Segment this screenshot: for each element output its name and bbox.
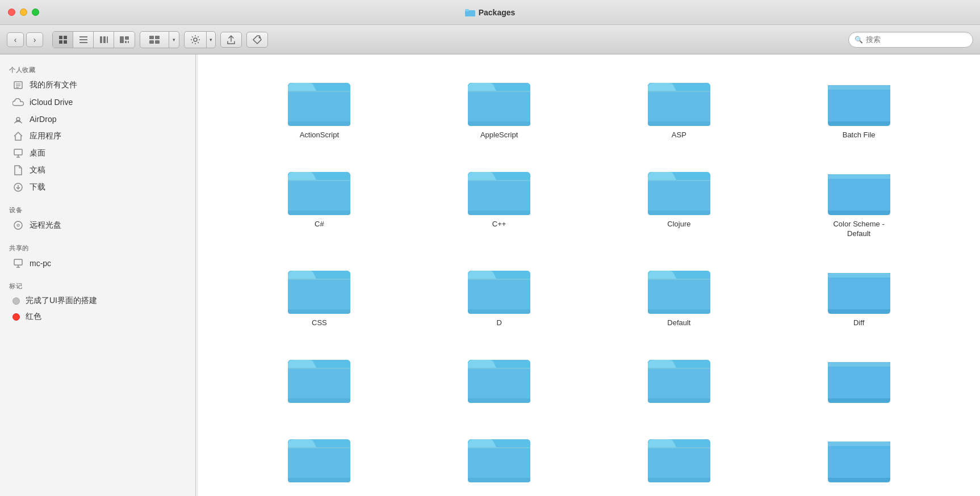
folder-item-batch-file[interactable]: Batch File: [772, 72, 946, 144]
tag-icon: [252, 35, 262, 45]
folder-icon-row4-3: [648, 431, 710, 482]
gear-arrow-icon[interactable]: ▾: [206, 32, 215, 48]
folder-item-row4-1[interactable]: [232, 428, 407, 486]
search-box[interactable]: 🔍: [848, 32, 973, 48]
folder-item-asp[interactable]: ASP: [592, 72, 767, 144]
folder-icon-row4-3: [648, 352, 710, 403]
folder-item-d[interactable]: D: [412, 259, 587, 331]
view-column-button[interactable]: [94, 32, 114, 48]
mc-pc-label: mc-pc: [30, 259, 51, 268]
sidebar-tag-ui[interactable]: 完成了UI界面的搭建: [3, 293, 192, 309]
folder-item-cpp[interactable]: C++: [412, 161, 587, 242]
view-icon-button[interactable]: [53, 32, 73, 48]
gear-action-button[interactable]: ▾: [184, 31, 216, 48]
maximize-button[interactable]: [32, 9, 39, 16]
folder-item-row4-2[interactable]: [412, 348, 587, 411]
folder-item-actionscript[interactable]: ActionScript: [232, 72, 407, 144]
folder-icon-row4-2: [468, 431, 530, 482]
folder-name-d: D: [496, 318, 501, 328]
sidebar-item-mc-pc[interactable]: mc-pc: [3, 255, 192, 272]
desktop-label: 桌面: [30, 148, 45, 158]
folder-name-diff: Diff: [853, 318, 864, 328]
folder-item-default[interactable]: Default: [592, 259, 767, 331]
sidebar-item-airdrop[interactable]: AirDrop: [3, 111, 192, 128]
back-button[interactable]: ‹: [7, 32, 24, 47]
svg-rect-95: [648, 369, 710, 401]
tag-dot-red: [12, 313, 20, 321]
sidebar-item-remote-disc[interactable]: 远程光盘: [3, 217, 192, 234]
svg-rect-91: [468, 369, 530, 401]
svg-point-33: [17, 224, 19, 226]
close-button[interactable]: [8, 9, 15, 16]
folder-name-color-scheme: Color Scheme - Default: [822, 220, 896, 239]
folder-title-icon: [465, 9, 475, 16]
svg-rect-63: [648, 181, 710, 213]
minimize-button[interactable]: [20, 9, 27, 16]
svg-rect-8: [79, 42, 87, 43]
sidebar-tag-red[interactable]: 红色: [3, 309, 192, 325]
folder-item-row4-2[interactable]: [412, 428, 587, 486]
folder-item-clojure[interactable]: Clojure: [592, 161, 767, 242]
svg-rect-19: [155, 40, 160, 44]
folder-icon-color-scheme: [828, 164, 890, 215]
svg-rect-59: [468, 181, 530, 213]
section-label-tags: 标记: [0, 278, 195, 293]
content-area: ActionScript AppleScript ASP: [198, 54, 980, 496]
svg-rect-79: [648, 280, 710, 312]
svg-rect-43: [468, 92, 530, 124]
airdrop-icon: [12, 114, 24, 125]
folder-item-diff[interactable]: Diff: [772, 259, 946, 331]
sidebar-item-downloads[interactable]: 下载: [3, 179, 192, 196]
folder-item-applescript[interactable]: AppleScript: [412, 72, 587, 144]
svg-rect-14: [125, 41, 127, 43]
sidebar-item-desktop[interactable]: 桌面: [3, 145, 192, 162]
search-icon: 🔍: [855, 36, 863, 44]
sidebar-item-icloud[interactable]: iCloud Drive: [3, 94, 192, 111]
search-input[interactable]: [866, 35, 967, 44]
sidebar: 个人收藏 我的所有文件 iCloud Drive AirDrop 应用程序: [0, 54, 196, 496]
share-button[interactable]: [220, 32, 242, 48]
svg-rect-13: [125, 36, 129, 40]
group-icon: [140, 32, 169, 48]
airdrop-label: AirDrop: [30, 115, 56, 124]
view-list-button[interactable]: [73, 32, 94, 48]
svg-rect-18: [149, 40, 154, 44]
folder-item-row4-3[interactable]: [592, 348, 767, 411]
folder-item-row4-3[interactable]: [592, 428, 767, 486]
folder-item-csharp[interactable]: C#: [232, 161, 407, 242]
folder-item-row4-4[interactable]: [772, 348, 946, 411]
sidebar-item-applications[interactable]: 应用程序: [3, 128, 192, 145]
folder-item-color-scheme[interactable]: Color Scheme - Default: [772, 161, 946, 242]
tag-button[interactable]: [246, 32, 268, 48]
svg-rect-7: [79, 39, 87, 40]
svg-point-32: [14, 221, 22, 229]
view-gallery-button[interactable]: [114, 32, 135, 48]
svg-rect-107: [468, 448, 530, 480]
folder-item-css[interactable]: CSS: [232, 259, 407, 331]
window-title: Packages: [465, 8, 516, 17]
svg-rect-12: [120, 36, 124, 43]
all-files-label: 我的所有文件: [30, 80, 77, 90]
svg-rect-5: [64, 40, 67, 44]
svg-rect-111: [648, 448, 710, 480]
folder-icon-row4-4: [828, 431, 890, 482]
tag-ui-label: 完成了UI界面的搭建: [26, 296, 97, 306]
nav-buttons: ‹ ›: [7, 32, 43, 47]
downloads-label: 下载: [30, 182, 45, 192]
folder-icon-actionscript: [288, 75, 350, 126]
desktop-icon: [12, 148, 24, 159]
sidebar-item-documents[interactable]: 文稿: [3, 162, 192, 179]
group-button[interactable]: ▾: [140, 31, 179, 48]
folder-item-row4-4[interactable]: [772, 428, 946, 486]
forward-button[interactable]: ›: [26, 32, 43, 47]
folder-item-row4-1[interactable]: [232, 348, 407, 411]
folder-icon-css: [288, 263, 350, 314]
svg-rect-11: [107, 36, 108, 43]
svg-rect-16: [149, 36, 154, 39]
svg-point-20: [194, 38, 197, 41]
group-arrow[interactable]: ▾: [169, 32, 179, 48]
sidebar-item-all-files[interactable]: 我的所有文件: [3, 77, 192, 94]
folder-name-applescript: AppleScript: [480, 131, 518, 140]
svg-rect-1: [465, 9, 469, 11]
folder-icon-asp: [648, 75, 710, 126]
